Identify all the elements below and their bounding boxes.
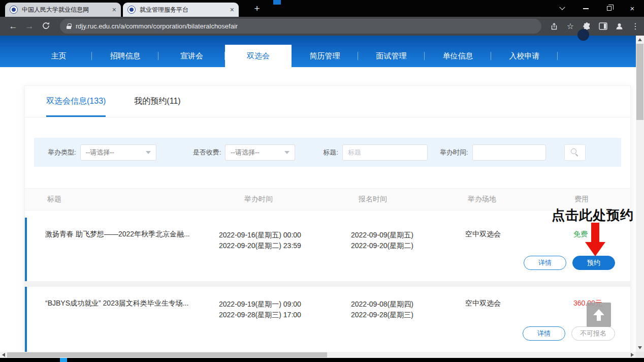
- restore-button[interactable]: [597, 0, 621, 17]
- fair-title: 激扬青春 助飞梦想——2022年秋季北京金融...: [27, 230, 216, 251]
- chevron-down-icon: [146, 151, 151, 154]
- taskbar-icon: [60, 358, 67, 362]
- scrollbar-corner: [636, 352, 644, 358]
- window-controls: ×: [551, 0, 644, 17]
- back-to-top-button[interactable]: [587, 303, 611, 327]
- nav-item-recruitment[interactable]: 招聘信息: [92, 45, 158, 67]
- ruc-favicon-icon: [127, 6, 136, 14]
- fair-event-time: 2022-09-19(星期一) 09:00 2022-09-28(星期三) 17…: [216, 299, 348, 320]
- title-filter-input[interactable]: [342, 144, 428, 161]
- fee-select-value: --请选择--: [231, 148, 259, 157]
- tab-close-icon[interactable]: ×: [230, 6, 234, 13]
- tab-title: 中国人民大学就业信息网: [22, 6, 108, 14]
- desktop-artifact: [273, 0, 281, 5]
- tab-close-icon[interactable]: ×: [112, 6, 116, 13]
- fair-venue: 空中双选会: [460, 299, 559, 320]
- ruc-favicon-icon: [10, 6, 18, 14]
- tab-my-reservations[interactable]: 我的预约(11): [134, 86, 180, 117]
- time-filter-label: 举办时间:: [440, 148, 468, 157]
- tab-title: 就业管理服务平台: [140, 6, 226, 14]
- browser-toolbar: ← → rdjy.ruc.edu.cn/a/common/corporation…: [0, 17, 644, 36]
- web-page: 主页 招聘信息 宣讲会 双选会 简历管理 面试管理 单位信息 入校申请 双选会信…: [0, 36, 636, 352]
- site-header: 主页 招聘信息 宣讲会 双选会 简历管理 面试管理 单位信息 入校申请: [0, 36, 636, 67]
- reload-icon[interactable]: [40, 21, 52, 32]
- filter-bar: 举办类型: --请选择-- 是否收费: --请选择-- 标题: 举办时间:: [34, 138, 621, 167]
- fair-registration-time: 2022-09-08(星期四) 2022-09-28(星期三): [348, 299, 460, 320]
- fair-title: “BJBYS成功就业” 2023届文科类毕业生专场...: [27, 299, 216, 320]
- fair-registration-time: 2022-09-09(星期五) 2022-09-20(星期二): [348, 230, 460, 251]
- nav-item-job-fair[interactable]: 双选会: [225, 45, 292, 67]
- scroll-right-icon[interactable]: [629, 352, 636, 358]
- scroll-left-icon[interactable]: [0, 352, 7, 358]
- back-icon[interactable]: ←: [7, 22, 19, 31]
- forward-icon[interactable]: →: [23, 22, 36, 31]
- horizontal-scrollbar-thumb[interactable]: [7, 352, 327, 357]
- vertical-scrollbar-thumb[interactable]: [636, 44, 643, 120]
- nav-item-company[interactable]: 单位信息: [425, 45, 491, 67]
- bookmark-star-icon[interactable]: ☆: [565, 21, 576, 32]
- col-header-registration-time: 报名时间: [348, 195, 460, 204]
- toolbar-icons: ☆ ⋮: [549, 21, 641, 32]
- title-filter-label: 标题:: [323, 148, 338, 157]
- table-row: “BJBYS成功就业” 2023届文科类毕业生专场... 2022-09-19(…: [25, 287, 630, 352]
- chevron-down-icon: [284, 151, 289, 154]
- nav-item-interview[interactable]: 面试管理: [358, 45, 425, 67]
- search-icon: [571, 148, 578, 156]
- profile-icon[interactable]: [614, 21, 625, 32]
- share-icon[interactable]: [549, 21, 560, 32]
- nav-item-campus-entry[interactable]: 入校申请: [491, 45, 558, 67]
- type-select[interactable]: --请选择--: [80, 144, 156, 161]
- site-avatar: [577, 29, 589, 41]
- url-text: rdjy.ruc.edu.cn/a/common/corporation/bil…: [76, 22, 238, 30]
- new-tab-button[interactable]: +: [250, 2, 264, 15]
- col-header-event-time: 举办时间: [216, 195, 348, 204]
- col-header-title: 标题: [25, 195, 216, 204]
- horizontal-scrollbar[interactable]: [0, 352, 636, 358]
- scroll-down-icon[interactable]: [636, 344, 644, 352]
- reserve-button[interactable]: 预约: [572, 256, 615, 270]
- vertical-scrollbar[interactable]: [636, 36, 644, 352]
- browser-tab-ruc-info[interactable]: 中国人民大学就业信息网 ×: [5, 3, 121, 17]
- nav-item-home[interactable]: 主页: [25, 45, 92, 67]
- browser-tab-service-platform[interactable]: 就业管理服务平台 ×: [123, 3, 239, 17]
- cannot-register-button[interactable]: 不可报名: [571, 326, 615, 341]
- scroll-up-icon[interactable]: [636, 36, 644, 44]
- annotation-arrow-icon: [585, 223, 605, 256]
- table-header: 标题 举办时间 报名时间 举办场地 费用: [25, 188, 630, 210]
- nav-item-info-session[interactable]: 宣讲会: [158, 45, 225, 67]
- site-nav: 主页 招聘信息 宣讲会 双选会 简历管理 面试管理 单位信息 入校申请: [25, 45, 558, 67]
- content-card: 双选会信息(133) 我的预约(11) 举办类型: --请选择-- 是否收费: …: [24, 85, 631, 352]
- arrow-up-icon: [593, 309, 604, 315]
- browser-tab-strip: 中国人民大学就业信息网 × 就业管理服务平台 × + ×: [0, 0, 644, 17]
- type-select-value: --请选择--: [86, 148, 114, 157]
- close-button[interactable]: ×: [621, 0, 644, 17]
- tab-fair-info[interactable]: 双选会信息(133): [46, 86, 106, 117]
- taskbar-strip: [0, 358, 644, 362]
- type-filter-label: 举办类型:: [48, 148, 76, 157]
- row-separator: [25, 281, 630, 287]
- fee-filter-label: 是否收费:: [193, 148, 221, 157]
- page-tabs: 双选会信息(133) 我的预约(11): [25, 86, 630, 117]
- detail-button[interactable]: 详情: [524, 256, 566, 270]
- table-row: 激扬青春 助飞梦想——2022年秋季北京金融... 2022-09-16(星期五…: [25, 218, 630, 281]
- screenshot-root: 中国人民大学就业信息网 × 就业管理服务平台 × + × ← → rdjy.ru…: [0, 0, 644, 362]
- fair-venue: 空中双选会: [460, 230, 559, 251]
- tab-search-icon[interactable]: [551, 0, 574, 17]
- search-button[interactable]: [564, 144, 586, 161]
- menu-kebab-icon[interactable]: ⋮: [630, 21, 641, 32]
- side-panel-icon[interactable]: [597, 21, 608, 32]
- minimize-button[interactable]: [574, 0, 597, 17]
- annotation-text: 点击此处预约: [552, 206, 634, 224]
- address-bar[interactable]: rdjy.ruc.edu.cn/a/common/corporation/bil…: [60, 19, 541, 34]
- col-header-fee: 费用: [559, 195, 630, 204]
- arrow-up-icon: [597, 315, 601, 321]
- lock-icon: [67, 23, 71, 29]
- col-header-venue: 举办场地: [460, 195, 559, 204]
- fair-event-time: 2022-09-16(星期五) 00:00 2022-09-20(星期二) 23…: [216, 230, 348, 251]
- time-filter-input[interactable]: [472, 144, 546, 161]
- detail-button[interactable]: 详情: [523, 326, 565, 341]
- nav-item-resume[interactable]: 简历管理: [292, 45, 358, 67]
- fee-select[interactable]: --请选择--: [225, 144, 295, 161]
